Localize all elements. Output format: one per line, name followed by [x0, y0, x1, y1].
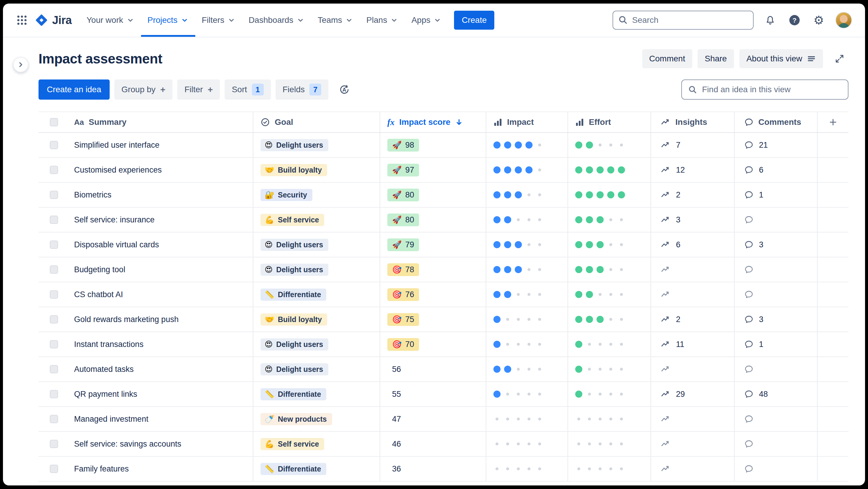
goal-cell[interactable]: 😍Delight users	[253, 257, 380, 282]
goal-cell[interactable]: 💪Self service	[253, 432, 380, 456]
impact-score-cell[interactable]: 47	[380, 407, 486, 431]
create-button[interactable]: Create	[454, 11, 494, 30]
goal-cell[interactable]: 🔐Security	[253, 183, 380, 207]
row-checkbox[interactable]	[50, 215, 58, 224]
comments-cell[interactable]: 1	[734, 183, 817, 207]
share-button[interactable]: Share	[698, 49, 734, 68]
comments-cell[interactable]: 3	[734, 307, 817, 332]
fields-button[interactable]: Fields7	[276, 80, 329, 99]
effort-cell[interactable]	[567, 457, 650, 481]
effort-cell[interactable]	[567, 432, 650, 456]
user-avatar[interactable]	[835, 12, 852, 28]
row-checkbox[interactable]	[50, 340, 58, 348]
effort-cell[interactable]	[567, 407, 650, 431]
impact-score-cell[interactable]: 🚀79	[380, 232, 486, 257]
effort-cell[interactable]	[567, 332, 650, 356]
nav-item-plans[interactable]: Plans	[360, 4, 405, 37]
effort-cell[interactable]	[567, 158, 650, 182]
add-column-button[interactable]	[817, 112, 848, 132]
goal-cell[interactable]: 😍Delight users	[253, 232, 380, 257]
row-checkbox[interactable]	[50, 265, 58, 274]
impact-score-cell[interactable]: 🎯76	[380, 282, 486, 307]
summary-cell[interactable]: Simplified user interface	[69, 133, 253, 157]
goal-cell[interactable]: 🤝Build loyalty	[253, 158, 380, 182]
row-checkbox[interactable]	[50, 141, 58, 149]
find-idea-input[interactable]	[681, 80, 848, 99]
insights-cell[interactable]	[650, 357, 734, 381]
insights-cell[interactable]	[650, 257, 734, 282]
filter-button[interactable]: Filter+	[177, 80, 220, 99]
comments-cell[interactable]	[734, 208, 817, 232]
row-checkbox[interactable]	[50, 465, 58, 473]
group-by-button[interactable]: Group by+	[114, 80, 173, 99]
impact-score-cell[interactable]: 🚀80	[380, 208, 486, 232]
insights-cell[interactable]	[650, 282, 734, 307]
impact-score-cell[interactable]: 🚀98	[380, 133, 486, 157]
column-header-impact[interactable]: Impact	[486, 112, 567, 132]
effort-cell[interactable]	[567, 232, 650, 257]
impact-cell[interactable]	[486, 432, 567, 456]
impact-cell[interactable]	[486, 158, 567, 182]
table-row[interactable]: QR payment links📏Differentiate552948	[38, 382, 848, 407]
comments-cell[interactable]: 1	[734, 332, 817, 356]
effort-cell[interactable]	[567, 282, 650, 307]
effort-cell[interactable]	[567, 133, 650, 157]
impact-cell[interactable]	[486, 382, 567, 406]
goal-cell[interactable]: 📏Differentiate	[253, 382, 380, 406]
impact-cell[interactable]	[486, 282, 567, 307]
summary-cell[interactable]: Gold rewards marketing push	[69, 307, 253, 332]
search-input[interactable]	[613, 11, 754, 30]
table-row[interactable]: Self service: savings accounts💪Self serv…	[38, 432, 848, 457]
table-row[interactable]: Instant transactions😍Delight users🎯70111	[38, 332, 848, 357]
impact-cell[interactable]	[486, 357, 567, 381]
nav-item-teams[interactable]: Teams	[311, 4, 360, 37]
goal-cell[interactable]: 😍Delight users	[253, 133, 380, 157]
impact-score-cell[interactable]: 🎯78	[380, 257, 486, 282]
row-checkbox[interactable]	[50, 390, 58, 398]
effort-cell[interactable]	[567, 257, 650, 282]
goal-cell[interactable]: 🤝Build loyalty	[253, 307, 380, 332]
comments-cell[interactable]	[734, 357, 817, 381]
summary-cell[interactable]: Automated tasks	[69, 357, 253, 381]
nav-item-projects[interactable]: Projects	[141, 4, 195, 37]
impact-score-cell[interactable]: 36	[380, 457, 486, 481]
table-row[interactable]: Self service: insurance💪Self service🚀803	[38, 208, 848, 232]
row-checkbox[interactable]	[50, 166, 58, 174]
table-row[interactable]: Biometrics🔐Security🚀8021	[38, 183, 848, 208]
impact-cell[interactable]	[486, 307, 567, 332]
comments-cell[interactable]: 3	[734, 232, 817, 257]
impact-score-cell[interactable]: 56	[380, 357, 486, 381]
summary-cell[interactable]: Instant transactions	[69, 332, 253, 356]
insights-cell[interactable]: 7	[650, 133, 734, 157]
impact-score-cell[interactable]: 46	[380, 432, 486, 456]
summary-cell[interactable]: Budgeting tool	[69, 257, 253, 282]
table-row[interactable]: Gold rewards marketing push🤝Build loyalt…	[38, 307, 848, 332]
impact-cell[interactable]	[486, 407, 567, 431]
insights-cell[interactable]: 11	[650, 332, 734, 356]
insights-cell[interactable]: 2	[650, 307, 734, 332]
table-row[interactable]: Budgeting tool😍Delight users🎯78	[38, 257, 848, 282]
impact-cell[interactable]	[486, 457, 567, 481]
insights-cell[interactable]: 2	[650, 183, 734, 207]
goal-cell[interactable]: 📏Differentiate	[253, 457, 380, 481]
insights-cell[interactable]	[650, 457, 734, 481]
table-row[interactable]: Customised experiences🤝Build loyalty🚀971…	[38, 158, 848, 183]
table-row[interactable]: Family features📏Differentiate36	[38, 457, 848, 482]
impact-cell[interactable]	[486, 208, 567, 232]
comments-cell[interactable]	[734, 432, 817, 456]
summary-cell[interactable]: Self service: insurance	[69, 208, 253, 232]
row-checkbox[interactable]	[50, 240, 58, 249]
fullscreen-expand-icon[interactable]	[831, 50, 848, 67]
impact-cell[interactable]	[486, 133, 567, 157]
effort-cell[interactable]	[567, 357, 650, 381]
insights-cell[interactable]: 6	[650, 232, 734, 257]
impact-cell[interactable]	[486, 183, 567, 207]
row-checkbox[interactable]	[50, 365, 58, 373]
effort-cell[interactable]	[567, 382, 650, 406]
insights-cell[interactable]: 3	[650, 208, 734, 232]
row-checkbox[interactable]	[50, 191, 58, 199]
table-row[interactable]: CS chatbot AI📏Differentiate🎯76	[38, 282, 848, 307]
comments-cell[interactable]	[734, 282, 817, 307]
summary-cell[interactable]: Customised experiences	[69, 158, 253, 182]
comments-cell[interactable]: 21	[734, 133, 817, 157]
